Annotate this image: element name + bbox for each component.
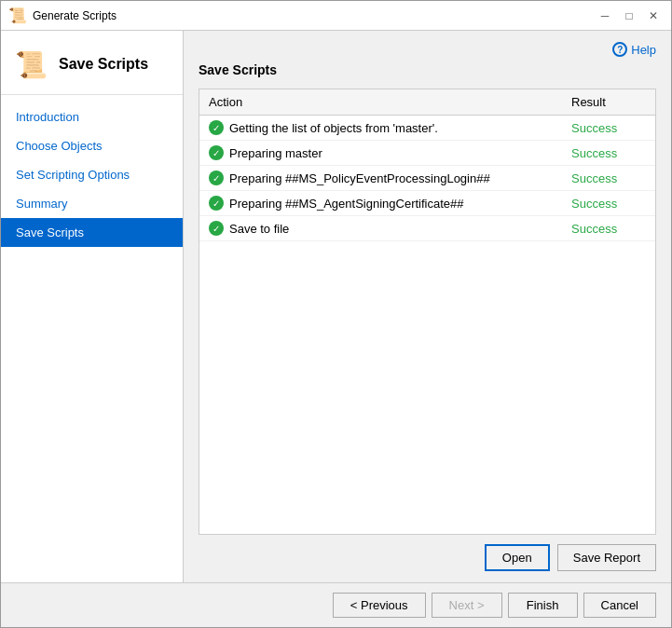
table-cell-result: Success [562, 191, 655, 216]
success-icon: ✓ [209, 145, 224, 160]
results-table-container: Action Result ✓Getting the list of objec… [199, 89, 656, 535]
help-row: ? Help [199, 42, 656, 57]
sidebar-nav: Introduction Choose Objects Set Scriptin… [1, 95, 183, 254]
table-cell-action: ✓Getting the list of objects from 'maste… [199, 116, 562, 141]
main-window: 📜 Generate Scripts ─ □ ✕ 📜 Save Scripts … [0, 0, 672, 628]
results-table: Action Result ✓Getting the list of objec… [199, 89, 655, 241]
sidebar-item-introduction[interactable]: Introduction [1, 102, 183, 131]
close-button[interactable]: ✕ [643, 6, 664, 26]
success-icon: ✓ [209, 120, 224, 135]
table-cell-action: ✓Preparing ##MS_AgentSigningCertificate#… [199, 191, 562, 216]
save-report-button[interactable]: Save Report [557, 544, 656, 571]
table-row: ✓Getting the list of objects from 'maste… [199, 116, 655, 141]
section-title: Save Scripts [199, 62, 656, 77]
table-row: ✓Preparing ##MS_AgentSigningCertificate#… [199, 191, 655, 216]
success-icon: ✓ [209, 196, 224, 211]
table-cell-result: Success [562, 166, 655, 191]
sidebar-title: Save Scripts [59, 56, 148, 73]
sidebar: 📜 Save Scripts Introduction Choose Objec… [1, 31, 184, 582]
col-header-result: Result [562, 89, 655, 116]
table-row: ✓Preparing ##MS_PolicyEventProcessingLog… [199, 166, 655, 191]
table-cell-result: Success [562, 116, 655, 141]
open-button[interactable]: Open [485, 544, 550, 571]
sidebar-logo-icon: 📜 [12, 46, 49, 83]
sidebar-item-choose-objects[interactable]: Choose Objects [1, 131, 183, 160]
table-cell-action: ✓Preparing master [199, 141, 562, 166]
help-label: Help [631, 43, 656, 57]
titlebar-icon: 📜 [8, 7, 27, 25]
titlebar: 📜 Generate Scripts ─ □ ✕ [1, 1, 671, 31]
footer: < Previous Next > Finish Cancel [1, 582, 671, 627]
table-cell-action: ✓Save to file [199, 216, 562, 241]
table-row: ✓Save to fileSuccess [199, 216, 655, 241]
main-panel: ? Help Save Scripts Action Result ✓Getti… [184, 31, 671, 582]
table-cell-result: Success [562, 141, 655, 166]
maximize-button[interactable]: □ [619, 6, 639, 26]
table-row: ✓Preparing masterSuccess [199, 141, 655, 166]
success-icon: ✓ [209, 221, 224, 236]
col-header-action: Action [199, 89, 562, 116]
titlebar-title: Generate Scripts [33, 9, 595, 22]
action-buttons-row: Open Save Report [199, 544, 656, 571]
content-area: 📜 Save Scripts Introduction Choose Objec… [1, 31, 671, 582]
table-header-row: Action Result [199, 89, 655, 116]
help-link[interactable]: ? Help [612, 42, 656, 57]
success-icon: ✓ [209, 171, 224, 185]
table-cell-result: Success [562, 216, 655, 241]
sidebar-header: 📜 Save Scripts [1, 31, 183, 95]
finish-button[interactable]: Finish [508, 593, 578, 618]
minimize-button[interactable]: ─ [595, 6, 615, 26]
help-icon: ? [612, 42, 627, 57]
next-button[interactable]: Next > [432, 593, 502, 618]
sidebar-item-summary[interactable]: Summary [1, 189, 183, 218]
previous-button[interactable]: < Previous [333, 593, 426, 618]
cancel-button[interactable]: Cancel [583, 593, 656, 618]
table-cell-action: ✓Preparing ##MS_PolicyEventProcessingLog… [199, 166, 562, 191]
sidebar-item-set-scripting-options[interactable]: Set Scripting Options [1, 160, 183, 189]
titlebar-controls: ─ □ ✕ [595, 6, 664, 26]
sidebar-item-save-scripts[interactable]: Save Scripts [1, 218, 183, 247]
